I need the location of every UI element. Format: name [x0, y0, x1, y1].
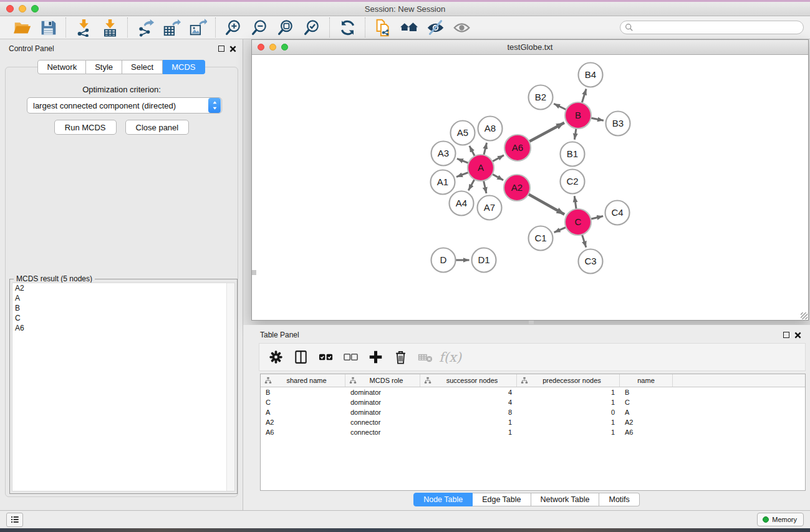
criterion-dropdown[interactable]: largest connected component (directed) [27, 97, 222, 114]
node-D[interactable]: D [432, 248, 456, 273]
network-window-titlebar[interactable]: testGlobe.txt [252, 40, 808, 55]
add-row-icon[interactable] [364, 347, 387, 368]
node-B3[interactable]: B3 [606, 112, 630, 136]
svg-text:B: B [575, 110, 581, 120]
node-A5[interactable]: A5 [451, 121, 475, 145]
close-panel-icon[interactable] [229, 46, 236, 52]
node-C[interactable]: C [565, 209, 591, 235]
node-A6[interactable]: A6 [504, 135, 531, 161]
eye-icon[interactable] [448, 17, 475, 37]
column-layout-icon[interactable] [289, 347, 312, 368]
result-item[interactable]: A6 [12, 323, 234, 333]
table-close-panel-icon[interactable] [794, 332, 801, 339]
refresh-icon[interactable] [334, 17, 360, 37]
tab-mcds[interactable]: MCDS [163, 60, 205, 74]
double-home-icon[interactable] [396, 17, 422, 37]
select-all-icon[interactable] [314, 347, 337, 368]
import-table-icon[interactable] [97, 17, 123, 37]
table-cell: 1 [517, 428, 620, 436]
result-item[interactable]: A2 [12, 283, 234, 293]
zoom-out-icon[interactable] [246, 17, 272, 37]
close-panel-button[interactable]: Close panel [125, 120, 190, 135]
node-A1[interactable]: A1 [431, 170, 455, 195]
zoom-fit-icon[interactable] [272, 17, 299, 37]
node-B2[interactable]: B2 [529, 85, 553, 110]
node-C1[interactable]: C1 [529, 226, 553, 251]
column-header-predecessor-nodes[interactable]: predecessor nodes [517, 374, 620, 387]
mcds-result-list[interactable]: A2ABCA6 [12, 283, 235, 491]
table-row[interactable]: A2connector11A2 [261, 417, 805, 427]
window-resize-grip[interactable] [801, 312, 808, 319]
node-A[interactable]: A [468, 155, 494, 181]
node-A2[interactable]: A2 [504, 175, 530, 201]
table-row[interactable]: Adominator80A [261, 407, 805, 417]
node-C4[interactable]: C4 [605, 201, 630, 225]
node-B4[interactable]: B4 [579, 63, 603, 87]
table-row[interactable]: Bdominator41B [261, 387, 805, 397]
node-A7[interactable]: A7 [478, 196, 502, 220]
node-A3[interactable]: A3 [432, 142, 456, 166]
svg-text:C2: C2 [566, 176, 578, 186]
node-C3[interactable]: C3 [579, 249, 603, 274]
tab-select[interactable]: Select [122, 60, 163, 74]
table-panel-titlebar: Table Panel [260, 329, 801, 341]
table-cell: dominator [345, 409, 420, 416]
network-graph[interactable]: AA1A2A3A4A5A6A7A8BB1B2B3B4CC1C2C3C4DD1 [252, 55, 808, 320]
mcds-tab-content: Optimization criterion: largest connecte… [5, 67, 238, 497]
table-row[interactable]: Cdominator41C [261, 397, 805, 407]
network-canvas[interactable]: AA1A2A3A4A5A6A7A8BB1B2B3B4CC1C2C3C4DD1 [252, 55, 808, 320]
open-session-icon[interactable] [9, 17, 35, 37]
node-B[interactable]: B [565, 102, 591, 128]
tab-network[interactable]: Network [37, 60, 86, 74]
export-table-icon[interactable] [158, 17, 185, 37]
node-table[interactable]: shared nameMCDS rolesuccessor nodesprede… [260, 374, 806, 491]
float-panel-icon[interactable] [218, 46, 224, 52]
table-float-panel-icon[interactable] [783, 332, 789, 338]
main-area: Control Panel NetworkStyleSelectMCDS Opt… [0, 39, 810, 510]
node-C2[interactable]: C2 [561, 170, 585, 194]
tab-motifs[interactable]: Motifs [599, 493, 639, 506]
column-header-successor-nodes[interactable]: successor nodes [420, 374, 517, 387]
import-network-icon[interactable] [70, 17, 97, 37]
search-input[interactable] [620, 21, 804, 34]
tab-node-table[interactable]: Node Table [413, 493, 473, 506]
result-item[interactable]: B [12, 303, 234, 313]
result-scrollbar[interactable] [226, 283, 234, 491]
zoom-selected-icon[interactable] [299, 17, 325, 37]
table-cell: 0 [517, 409, 620, 416]
clone-network-icon[interactable] [370, 17, 396, 37]
node-B1[interactable]: B1 [561, 142, 585, 167]
delete-row-icon[interactable] [389, 347, 412, 368]
memory-button[interactable]: Memory [757, 513, 804, 526]
svg-text:D1: D1 [478, 254, 489, 265]
svg-text:A6: A6 [512, 142, 523, 153]
svg-text:C3: C3 [584, 256, 596, 266]
node-A8[interactable]: A8 [478, 117, 503, 141]
export-image-icon[interactable] [185, 17, 211, 37]
column-header-MCDS-role[interactable]: MCDS role [345, 374, 420, 387]
column-header-name[interactable]: name [620, 374, 673, 387]
run-mcds-button[interactable]: Run MCDS [54, 120, 117, 135]
eye-slash-icon[interactable] [422, 17, 448, 37]
table-cell: A [620, 409, 673, 416]
tab-edge-table[interactable]: Edge Table [473, 493, 531, 506]
node-A4[interactable]: A4 [450, 191, 474, 216]
settings-gear-icon[interactable] [264, 347, 287, 368]
tab-style[interactable]: Style [86, 60, 122, 74]
result-item[interactable]: A [12, 293, 234, 303]
app-titlebar[interactable]: Session: New Session [0, 2, 810, 16]
toolbar-separator [329, 17, 330, 37]
column-type-icon [424, 377, 432, 384]
zoom-in-icon[interactable] [220, 17, 246, 37]
deselect-all-icon[interactable] [339, 347, 362, 368]
table-cell: dominator [345, 389, 420, 396]
main-toolbar-groups [9, 17, 475, 37]
save-session-icon[interactable] [35, 17, 61, 37]
table-row[interactable]: A6connector11A6 [261, 427, 805, 437]
node-D1[interactable]: D1 [472, 248, 496, 273]
column-header-shared-name[interactable]: shared name [261, 374, 345, 387]
task-history-button[interactable] [6, 513, 23, 527]
result-item[interactable]: C [12, 313, 234, 323]
export-network-icon[interactable] [132, 17, 158, 37]
tab-network-table[interactable]: Network Table [531, 493, 600, 506]
